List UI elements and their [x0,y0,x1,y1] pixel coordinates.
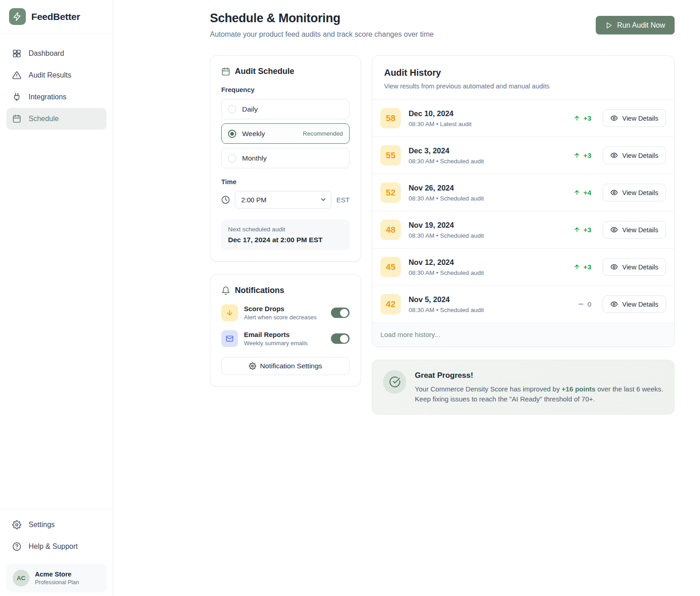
next-audit-label: Next scheduled audit [228,226,343,233]
radio-daily[interactable] [228,105,236,113]
trend-up-icon [574,115,580,122]
warning-triangle-icon [12,71,21,80]
app-name: FeedBetter [31,11,80,22]
audit-history-title: Audit History [384,68,662,78]
score-badge: 58 [380,108,401,128]
view-details-button[interactable]: View Details [603,147,666,164]
sidebar-item-label: Integrations [29,93,67,101]
score-badge: 52 [380,182,401,203]
view-details-button[interactable]: View Details [603,258,666,276]
mail-icon [221,330,238,347]
sidebar-item-help-support[interactable]: Help & Support [6,536,107,557]
main-content: Schedule & Monitoring Automate your prod… [113,0,700,596]
check-circle-icon [383,370,406,394]
run-audit-now-label: Run Audit Now [617,21,665,29]
score-badge: 42 [380,294,401,314]
score-badge: 55 [380,145,401,166]
sidebar-item-settings[interactable]: Settings [6,514,107,536]
bell-icon [221,286,230,295]
eye-icon [610,114,618,122]
eye-icon [610,226,618,234]
score-delta: +4 [574,189,592,197]
trend-up-icon [574,189,580,196]
sidebar-item-label: Help & Support [29,542,78,551]
sidebar-item-audit-results[interactable]: Audit Results [6,64,107,86]
audit-history-subtitle: View results from previous automated and… [384,83,662,90]
score-badge: 48 [380,220,401,240]
sidebar-item-label: Schedule [29,115,59,123]
radio-monthly[interactable] [228,154,236,162]
view-details-button[interactable]: View Details [603,221,666,239]
next-audit-value: Dec 17, 2024 at 2:00 PM EST [228,236,343,244]
score-delta: 0 [578,300,592,308]
notification-score-drops: Score Drops Alert when score decreases [221,304,350,321]
play-icon [605,22,612,29]
view-details-button[interactable]: View Details [603,295,666,313]
calendar-icon [12,114,21,123]
notification-settings-button[interactable]: Notification Settings [221,357,350,375]
score-delta: +3 [574,226,592,234]
sidebar-item-schedule[interactable]: Schedule [6,108,107,130]
frequency-option-daily[interactable]: Daily [221,99,350,119]
audit-history-row: 45 Nov 12, 2024 08:30 AM • Scheduled aud… [372,249,674,286]
sidebar-item-label: Settings [29,521,55,529]
audit-history-footer: Load more history... [372,323,674,347]
frequency-option-weekly[interactable]: Weekly Recommended [221,123,350,144]
audit-history-row: 55 Dec 3, 2024 08:30 AM • Scheduled audi… [372,137,674,174]
email-reports-toggle[interactable] [331,333,350,344]
run-audit-now-button[interactable]: Run Audit Now [596,16,675,34]
sidebar-item-label: Dashboard [29,49,64,58]
arrow-down-icon [221,304,238,321]
plug-icon [12,93,21,102]
eye-icon [610,300,618,308]
audit-history-row: 52 Nov 26, 2024 08:30 AM • Scheduled aud… [372,174,674,211]
page-title: Schedule & Monitoring [210,11,434,25]
audit-history-row: 58 Dec 10, 2024 08:30 AM • Latest audit … [372,100,674,137]
progress-callout-title: Great Progress! [415,371,663,380]
account-card[interactable]: AC Acme Store Professional Plan [6,564,107,592]
progress-callout-text: Your Commerce Density Score has improved… [415,384,663,404]
recommended-badge: Recommended [303,130,343,137]
clock-icon [221,195,230,204]
view-details-button[interactable]: View Details [603,109,666,127]
next-scheduled-audit-box: Next scheduled audit Dec 17, 2024 at 2:0… [221,220,350,250]
load-more-link[interactable]: Load more history... [380,331,440,338]
sidebar: FeedBetter Dashboard Audit Results Integ… [0,0,113,596]
time-select[interactable]: 2:00 PM [235,191,331,209]
score-drops-toggle[interactable] [331,308,350,318]
frequency-option-monthly[interactable]: Monthly [221,148,350,168]
account-name: Acme Store [35,571,79,578]
audit-history-row: 42 Nov 5, 2024 08:30 AM • Scheduled audi… [372,286,674,323]
app-logo: FeedBetter [0,0,113,34]
dashboard-grid-icon [12,49,21,58]
score-delta: +3 [574,114,592,122]
audit-schedule-card: Audit Schedule Frequency Daily Weekly Re… [210,55,361,262]
trend-up-icon [574,152,580,159]
eye-icon [610,189,618,196]
account-plan: Professional Plan [35,579,79,586]
trend-up-icon [574,264,580,270]
progress-callout: Great Progress! Your Commerce Density Sc… [372,360,675,415]
page-subtitle: Automate your product feed audits and tr… [210,30,434,39]
eye-icon [610,263,618,271]
sidebar-item-dashboard[interactable]: Dashboard [6,43,107,64]
calendar-icon [221,67,230,76]
notifications-title: Notifications [235,286,284,295]
timezone-label: EST [336,196,350,204]
radio-weekly[interactable] [228,130,236,138]
sidebar-item-label: Audit Results [29,71,71,79]
trend-up-icon [574,226,580,233]
audit-history-row: 48 Nov 19, 2024 08:30 AM • Scheduled aud… [372,211,674,249]
score-delta: +3 [574,263,592,271]
gear-icon [249,362,256,370]
audit-history-card: Audit History View results from previous… [372,55,675,347]
view-details-button[interactable]: View Details [603,184,666,201]
sidebar-footer: Settings Help & Support AC Acme Store Pr… [0,509,113,596]
sidebar-item-integrations[interactable]: Integrations [6,86,107,108]
progress-highlight: +16 points [562,385,596,393]
notification-email-reports: Email Reports Weekly summary emails [221,330,350,347]
eye-icon [610,151,618,159]
time-label: Time [221,178,350,186]
help-circle-icon [12,542,21,551]
gear-icon [12,520,21,529]
